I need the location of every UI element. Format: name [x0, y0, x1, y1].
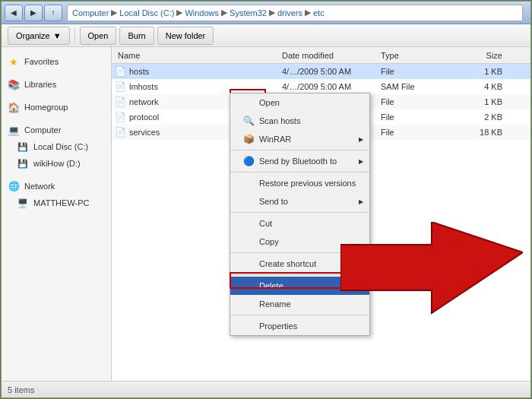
titlebar: ◀ ▶ ↑ Computer ▶ Local Disc (C:) ▶ Windo… — [2, 2, 530, 24]
file-size-cell: 1 KB — [457, 67, 502, 76]
ctx-item-sendto[interactable]: Send to▶ — [230, 192, 369, 211]
ctx-icon-create_shortcut — [242, 258, 255, 270]
file-size-cell: 1 KB — [457, 97, 502, 106]
ctx-item-delete[interactable]: Delete — [230, 277, 369, 295]
ctx-separator-after-bluetooth — [230, 172, 369, 173]
breadcrumb-windows[interactable]: Windows — [185, 8, 219, 17]
breadcrumb-localdisc[interactable]: Local Disc (C:) — [119, 8, 174, 17]
column-headers: Name Date modified Type Size — [112, 47, 530, 64]
nav-buttons: ◀ ▶ ↑ — [5, 5, 62, 21]
libraries-section: 📚 Libraries — [2, 76, 111, 93]
sidebar-item-favorites[interactable]: ★ Favorites — [2, 53, 111, 70]
sidebar: ★ Favorites 📚 Libraries 🏠 Homegroup 💻 — [2, 47, 112, 381]
pc-icon: 🖥️ — [17, 197, 29, 209]
breadcrumb-etc[interactable]: etc — [313, 8, 325, 17]
sidebar-item-libraries[interactable]: 📚 Libraries — [2, 76, 111, 93]
ctx-icon-rename — [242, 298, 255, 310]
library-icon: 📚 — [8, 78, 20, 90]
ctx-item-restore[interactable]: Restore previous versions — [230, 174, 369, 192]
table-row[interactable]: 📄 hosts 4/…/2009 5:00 AM File 1 KB — [112, 64, 530, 79]
computer-icon: 💻 — [8, 124, 20, 136]
ctx-separator-after-winrar — [230, 150, 369, 150]
file-name-label: lmhosts — [129, 82, 158, 91]
open-button[interactable]: Open — [80, 27, 117, 45]
ctx-item-create_shortcut[interactable]: Create shortcut — [230, 255, 369, 273]
toolbar: Organize ▼ Open Burn New folder — [2, 24, 530, 47]
ctx-item-properties[interactable]: Properties — [230, 317, 369, 335]
sidebar-item-matthew-pc[interactable]: 🖥️ MATTHEW-PC — [2, 195, 111, 211]
ctx-label-open: Open — [259, 98, 280, 107]
homegroup-section: 🏠 Homegroup — [2, 99, 111, 116]
ctx-item-open[interactable]: Open — [230, 93, 369, 112]
forward-button[interactable]: ▶ — [24, 5, 43, 21]
file-size-cell: 18 KB — [457, 128, 502, 137]
context-menu: Open🔍Scan hosts📦WinRAR▶🔵Send by Bluetoot… — [230, 93, 370, 336]
file-icon: 📄 — [115, 127, 126, 138]
sidebar-item-localdisc-c[interactable]: 💾 Local Disc (C:) — [2, 138, 111, 155]
col-type-header[interactable]: Type — [381, 51, 457, 60]
submenu-arrow-sendto: ▶ — [359, 198, 363, 205]
ctx-item-copy[interactable]: Copy — [230, 233, 369, 251]
favorites-section: ★ Favorites — [2, 53, 111, 70]
ctx-icon-sendto — [242, 195, 255, 207]
ctx-label-bluetooth: Send by Bluetooth to — [259, 157, 337, 166]
table-row[interactable]: 📄 lmhosts 4/…/2009 5:00 AM SAM File 4 KB — [112, 79, 530, 94]
ctx-label-delete: Delete — [259, 281, 283, 290]
ctx-item-cut[interactable]: Cut — [230, 214, 369, 233]
ctx-icon-properties — [242, 320, 255, 332]
sidebar-item-homegroup[interactable]: 🏠 Homegroup — [2, 99, 111, 116]
ctx-icon-open — [242, 97, 255, 109]
file-content: Name Date modified Type Size 📄 hosts 4/…… — [112, 47, 530, 381]
statusbar-text: 5 items — [8, 385, 34, 394]
address-bar[interactable]: Computer ▶ Local Disc (C:) ▶ Windows ▶ S… — [67, 5, 523, 21]
sidebar-item-computer[interactable]: 💻 Computer — [2, 122, 111, 138]
col-name-header[interactable]: Name — [115, 51, 282, 60]
ctx-icon-winrar: 📦 — [242, 133, 255, 145]
ctx-label-create_shortcut: Create shortcut — [259, 259, 316, 268]
ctx-item-bluetooth[interactable]: 🔵Send by Bluetooth to▶ — [230, 152, 369, 170]
main-area: ★ Favorites 📚 Libraries 🏠 Homegroup 💻 — [2, 47, 530, 381]
ctx-item-scan[interactable]: 🔍Scan hosts — [230, 112, 369, 130]
ctx-icon-cut — [242, 217, 255, 230]
sidebar-item-network[interactable]: 🌐 Network — [2, 178, 111, 195]
back-button[interactable]: ◀ — [5, 5, 23, 21]
organize-button[interactable]: Organize ▼ — [8, 27, 70, 45]
ctx-label-restore: Restore previous versions — [259, 179, 356, 188]
file-name-label: hosts — [129, 67, 149, 76]
file-date-cell: 4/…/2009 5:00 AM — [282, 82, 381, 91]
ctx-item-winrar[interactable]: 📦WinRAR▶ — [230, 130, 369, 148]
file-icon: 📄 — [115, 97, 126, 107]
col-date-header[interactable]: Date modified — [282, 51, 381, 60]
file-name-label: services — [129, 128, 160, 137]
disk-d-icon: 💾 — [17, 157, 29, 169]
ctx-icon-restore — [242, 177, 255, 189]
file-icon: 📄 — [115, 81, 126, 92]
ctx-label-scan: Scan hosts — [259, 116, 300, 125]
submenu-arrow-winrar: ▶ — [359, 136, 363, 143]
breadcrumb-drivers[interactable]: drivers — [277, 8, 302, 17]
ctx-label-copy: Copy — [259, 237, 279, 246]
ctx-separator-after-rename — [230, 315, 369, 315]
up-button[interactable]: ↑ — [44, 5, 62, 21]
file-icon: 📄 — [115, 112, 126, 122]
ctx-label-sendto: Send to — [259, 197, 288, 206]
file-name-label: protocol — [129, 112, 159, 122]
file-name-cell: 📄 lmhosts — [115, 81, 282, 92]
breadcrumb-computer[interactable]: Computer — [72, 8, 109, 17]
statusbar: 5 items — [2, 381, 530, 397]
network-section: 🌐 Network 🖥️ MATTHEW-PC — [2, 178, 111, 211]
ctx-separator-after-copy — [230, 252, 369, 253]
ctx-item-rename[interactable]: Rename — [230, 295, 369, 313]
new-folder-button[interactable]: New folder — [157, 27, 214, 45]
sidebar-item-wikihow-d[interactable]: 💾 wikiHow (D:) — [2, 155, 111, 172]
burn-button[interactable]: Burn — [119, 27, 154, 45]
file-type-cell: File — [381, 97, 457, 106]
disk-c-icon: 💾 — [17, 141, 29, 153]
col-size-header[interactable]: Size — [457, 51, 502, 60]
breadcrumb-system32[interactable]: System32 — [230, 8, 267, 17]
ctx-icon-bluetooth: 🔵 — [242, 155, 255, 167]
ctx-icon-delete — [242, 280, 255, 292]
computer-section: 💻 Computer 💾 Local Disc (C:) 💾 wikiHow (… — [2, 122, 111, 172]
network-icon: 🌐 — [8, 180, 20, 192]
organize-dropdown-icon: ▼ — [53, 31, 62, 40]
